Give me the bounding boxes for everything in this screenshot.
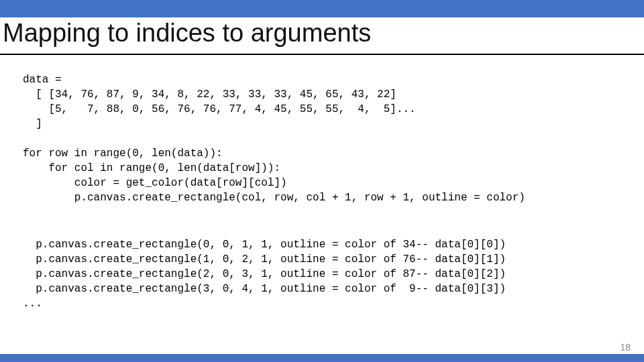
code-loop: for row in range(0, len(data)): for col … (23, 146, 624, 205)
code-expanded-calls: p.canvas.create_rectangle(0, 0, 1, 1, ou… (23, 237, 624, 311)
title-underline (0, 54, 644, 55)
code-data-definition: data = [ [34, 76, 87, 9, 34, 8, 22, 33, … (23, 72, 624, 131)
slide-body: data = [ [34, 76, 87, 9, 34, 8, 22, 33, … (23, 72, 624, 311)
bottom-accent-bar (0, 354, 644, 362)
page-number: 18 (620, 342, 631, 353)
slide: Mapping to indices to arguments data = [… (0, 0, 644, 362)
top-accent-bar (0, 0, 644, 17)
slide-title: Mapping to indices to arguments (3, 19, 371, 48)
